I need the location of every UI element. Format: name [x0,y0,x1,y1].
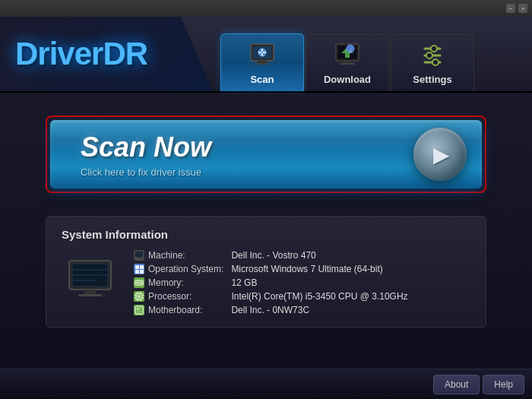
svg-rect-8 [255,63,270,65]
motherboard-value: Dell Inc. - 0NW73C [231,305,470,315]
app-container: DriverDR S [0,17,532,399]
machine-field-label: Machine: [148,250,185,261]
svg-rect-35 [135,265,139,269]
settings-tab-icon [417,40,448,71]
svg-point-20 [426,52,432,59]
svg-rect-29 [78,294,102,296]
close-button[interactable]: × [518,4,527,13]
svg-rect-61 [140,308,141,309]
memory-label: Memory: [134,277,223,288]
minimize-button[interactable]: − [506,4,515,13]
tab-settings[interactable]: Settings [391,33,474,91]
processor-value: Intel(R) Core(TM) i5-3450 CPU @ 3.10GHz [231,291,470,302]
svg-rect-36 [140,265,144,269]
os-field-label: Operation System: [148,264,223,274]
svg-rect-15 [340,63,355,65]
svg-rect-63 [137,312,140,313]
download-tab-icon: ↓ [332,40,363,71]
system-info-title: System Information [62,228,470,241]
system-info-body: Machine: Dell Inc. - Vostro 470 Operatio… [62,250,470,315]
os-value: Microsoft Windows 7 Ultimate (64-bit) [231,264,470,274]
system-info-panel: System Information [46,216,486,328]
header: DriverDR S [0,17,532,93]
processor-label: Processor: [134,291,223,302]
title-bar: − × [0,0,532,17]
svg-rect-38 [140,270,144,274]
about-button[interactable]: About [433,375,480,394]
svg-rect-60 [137,308,139,310]
svg-point-19 [431,46,437,52]
memory-field-label: Memory: [148,277,184,288]
svg-rect-62 [137,311,141,312]
scan-btn-title: Scan Now [81,131,211,163]
scan-tab-label: Scan [250,74,274,85]
processor-field-label: Processor: [148,291,192,302]
motherboard-field-label: Motherboard: [148,305,202,315]
svg-point-21 [432,59,439,65]
svg-rect-28 [84,290,96,294]
download-tab-label: Download [324,74,371,85]
scan-btn-wrapper: Scan Now Click here to fix driver issue [46,116,486,193]
scan-btn-text: Scan Now Click here to fix driver issue [81,131,211,178]
svg-text:↓: ↓ [349,46,352,53]
machine-label: Machine: [134,250,223,261]
tab-scan[interactable]: Scan [220,33,304,91]
system-info-grid: Machine: Dell Inc. - Vostro 470 Operatio… [134,250,470,315]
svg-rect-33 [136,258,142,259]
settings-tab-label: Settings [413,74,451,85]
scan-btn-arrow-icon [413,128,467,181]
svg-rect-31 [135,252,143,257]
footer: About Help [0,369,532,399]
nav-tabs: Scan ↓ Download [213,17,532,91]
svg-rect-7 [258,61,267,63]
svg-rect-14 [343,61,352,63]
machine-value: Dell Inc. - Vostro 470 [231,250,470,261]
help-button[interactable]: Help [483,375,524,394]
main-content: Scan Now Click here to fix driver issue … [0,93,532,343]
scan-tab-icon [247,40,277,71]
motherboard-label: Motherboard: [134,305,223,315]
tab-download[interactable]: ↓ Download [306,33,389,91]
svg-rect-37 [135,270,139,274]
os-label: Operation System: [134,264,223,274]
scan-now-button[interactable]: Scan Now Click here to fix driver issue [50,120,482,188]
svg-rect-32 [138,257,141,258]
memory-value: 12 GB [231,277,470,288]
logo-area: DriverDR [0,17,213,91]
logo-text: DriverDR [15,36,147,72]
svg-rect-49 [138,295,141,298]
scan-btn-subtitle: Click here to fix driver issue [81,166,211,178]
computer-monitor-icon [62,250,119,315]
